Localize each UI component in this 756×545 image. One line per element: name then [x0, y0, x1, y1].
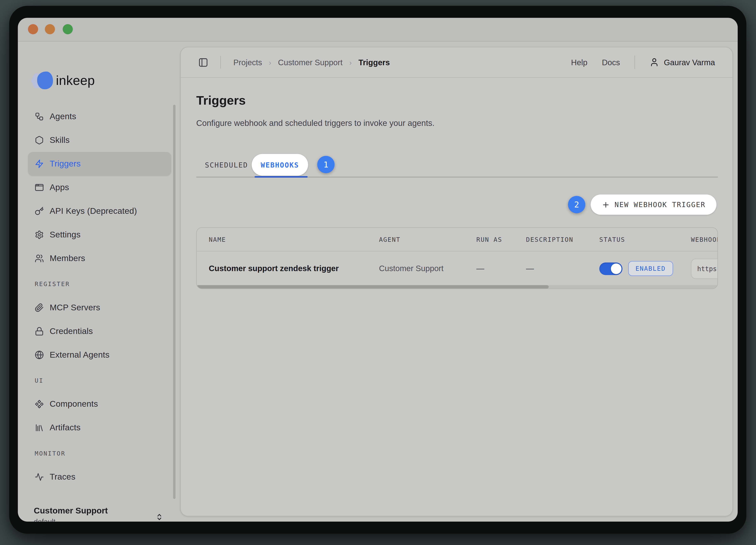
panel-left-icon: [198, 57, 208, 67]
sidebar-item-label: Agents: [50, 111, 76, 121]
stage: inkeep Agents Skills Triggers: [0, 0, 756, 545]
column-header-status: STATUS: [599, 228, 625, 251]
brand-name: inkeep: [56, 73, 95, 88]
sidebar-item-label: Artifacts: [50, 423, 81, 433]
user-menu[interactable]: Gaurav Varma: [649, 57, 715, 67]
sidebar-item-agents[interactable]: Agents: [28, 105, 171, 128]
breadcrumb: Projects › Customer Support › Triggers: [233, 58, 390, 67]
zoom-window-button[interactable]: [63, 24, 73, 34]
table-row[interactable]: Customer support zendesk trigger Custome…: [197, 251, 718, 286]
breadcrumb-triggers: Triggers: [359, 58, 390, 67]
sidebar-item-label: MCP Servers: [50, 303, 100, 313]
plus-icon: [601, 200, 610, 209]
key-icon: [35, 206, 44, 216]
breadcrumb-customer-support[interactable]: Customer Support: [278, 58, 343, 67]
sidebar-section-ui: UI: [28, 377, 171, 392]
sidebar-section-register: REGISTER: [28, 281, 171, 296]
column-header-run-as: RUN AS: [476, 228, 502, 251]
sidebar-item-external-agents[interactable]: External Agents: [28, 343, 171, 367]
inkeep-droplet-icon: [31, 71, 55, 90]
component-icon: [35, 400, 44, 409]
hexagon-icon: [35, 135, 44, 145]
new-webhook-trigger-button[interactable]: NEW WEBHOOK TRIGGER: [591, 194, 716, 215]
new-webhook-trigger-label: NEW WEBHOOK TRIGGER: [615, 201, 706, 208]
sidebar-item-artifacts[interactable]: Artifacts: [28, 416, 171, 440]
page-description: Configure webhook and scheduled triggers…: [196, 119, 435, 128]
main-panel: Projects › Customer Support › Triggers H…: [180, 47, 733, 516]
trigger-run-as-cell: —: [476, 264, 484, 273]
column-header-name: NAME: [209, 228, 226, 251]
table-horizontal-scrollbar[interactable]: [197, 285, 549, 289]
paperclip-icon: [35, 303, 44, 312]
toggle-knob: [611, 263, 622, 274]
header-divider: [220, 56, 221, 69]
sidebar-item-label: Components: [50, 399, 98, 409]
sidebar-item-label: Skills: [50, 135, 69, 145]
status-toggle[interactable]: [599, 262, 623, 275]
sidebar-item-api-keys[interactable]: API Keys (Deprecated): [28, 199, 171, 223]
trigger-agent-cell: Customer Support: [379, 264, 444, 273]
app-window: inkeep Agents Skills Triggers: [18, 18, 738, 522]
app-window-icon: [35, 183, 44, 192]
sidebar-item-label: Settings: [50, 230, 81, 240]
sidebar-item-label: External Agents: [50, 350, 109, 360]
minimize-window-button[interactable]: [45, 24, 55, 34]
trigger-description-cell: —: [526, 264, 534, 273]
users-icon: [35, 254, 44, 263]
sidebar-item-traces[interactable]: Traces: [28, 465, 171, 489]
project-switcher[interactable]: Customer Support default: [34, 505, 166, 522]
sidebar-item-label: Traces: [50, 472, 75, 482]
sidebar-item-apps[interactable]: Apps: [28, 175, 171, 199]
sidebar-nav: Agents Skills Triggers Apps: [28, 105, 171, 489]
user-icon: [649, 57, 659, 67]
inkeep-logo[interactable]: inkeep: [31, 69, 95, 92]
table-header: NAME AGENT RUN AS DESCRIPTION STATUS WEB…: [197, 228, 718, 251]
breadcrumb-separator: ›: [269, 58, 271, 66]
annotation-step-2-badge: 2: [568, 196, 585, 213]
sidebar-item-label: Apps: [50, 182, 69, 192]
user-name: Gaurav Varma: [664, 58, 715, 67]
project-graph: default: [34, 516, 166, 522]
docs-link[interactable]: Docs: [602, 58, 620, 67]
zap-icon: [35, 159, 44, 168]
sidebar-scrollbar-thumb[interactable]: [173, 105, 175, 499]
sidebar-item-settings[interactable]: Settings: [28, 223, 171, 246]
sidebar-item-triggers[interactable]: Triggers: [28, 152, 171, 175]
sidebar-item-label: Members: [50, 253, 85, 263]
webhook-url-box[interactable]: https: [691, 258, 718, 279]
tab-webhooks[interactable]: WEBHOOKS: [252, 154, 308, 175]
gear-icon: [35, 230, 44, 239]
library-icon: [35, 423, 44, 433]
page-title: Triggers: [196, 93, 246, 108]
chevrons-up-down-icon: [155, 513, 164, 522]
close-window-button[interactable]: [28, 24, 38, 34]
sidebar-section-monitor: MONITOR: [28, 450, 171, 465]
sidebar-item-credentials[interactable]: Credentials: [28, 320, 171, 343]
titlebar: [18, 18, 738, 42]
annotation-step-1-badge: 1: [317, 156, 334, 173]
sidebar-toggle-button[interactable]: [198, 57, 209, 68]
webhook-triggers-table: NAME AGENT RUN AS DESCRIPTION STATUS WEB…: [196, 227, 718, 289]
sidebar-item-label: API Keys (Deprecated): [50, 206, 137, 216]
lock-icon: [35, 327, 44, 336]
sidebar-item-members[interactable]: Members: [28, 246, 171, 270]
device-bezel: inkeep Agents Skills Triggers: [9, 6, 746, 534]
project-name: Customer Support: [34, 505, 166, 516]
globe-icon: [35, 350, 44, 360]
breadcrumb-bar: Projects › Customer Support › Triggers H…: [181, 47, 732, 78]
sidebar-item-skills[interactable]: Skills: [28, 128, 171, 152]
sidebar-item-label: Triggers: [50, 159, 81, 169]
breadcrumb-separator: ›: [349, 58, 352, 66]
sidebar-item-mcp-servers[interactable]: MCP Servers: [28, 296, 171, 320]
sidebar-item-components[interactable]: Components: [28, 392, 171, 416]
column-header-webhook-url: WEBHOOK URL: [691, 228, 718, 251]
header-divider: [635, 56, 635, 69]
sidebar: inkeep Agents Skills Triggers: [18, 42, 180, 522]
tabs-active-indicator: [255, 176, 308, 178]
workflow-icon: [35, 112, 44, 121]
column-header-description: DESCRIPTION: [526, 228, 573, 251]
breadcrumb-projects[interactable]: Projects: [233, 58, 262, 67]
column-header-agent: AGENT: [379, 228, 400, 251]
help-link[interactable]: Help: [571, 58, 587, 67]
tab-scheduled[interactable]: SCHEDULED: [205, 154, 248, 175]
